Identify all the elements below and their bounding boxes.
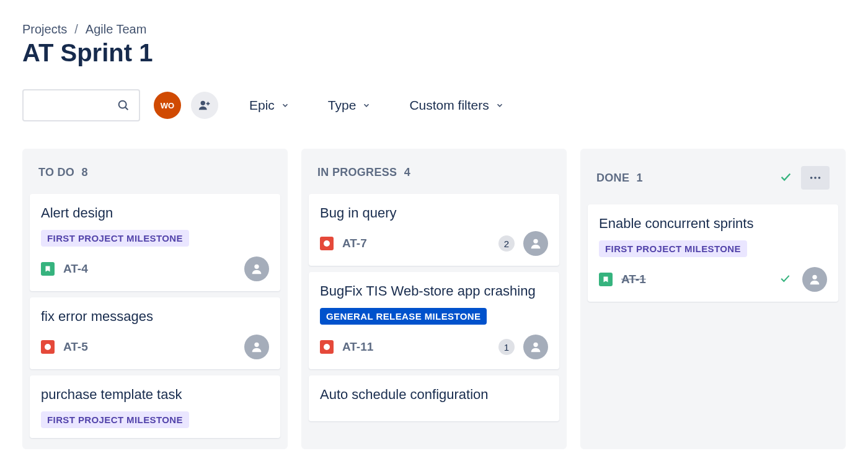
- column-more-button[interactable]: [801, 166, 830, 190]
- card-footer: AT-5: [41, 335, 269, 359]
- assignee-avatar[interactable]: [523, 335, 548, 359]
- story-icon: [41, 262, 55, 276]
- svg-point-2: [201, 101, 205, 105]
- svg-point-5: [533, 239, 538, 243]
- assignee-avatar[interactable]: [244, 256, 269, 281]
- svg-line-1: [125, 107, 128, 110]
- bug-icon: [320, 237, 334, 250]
- svg-point-6: [533, 343, 538, 347]
- add-person-button[interactable]: [191, 92, 218, 119]
- board-column: In Progress 4Bug in queryAT-72BugFix TIS…: [301, 149, 567, 449]
- filter-type-label: Type: [328, 98, 356, 113]
- person-icon: [529, 237, 542, 250]
- column-title: Done: [596, 172, 629, 184]
- chevron-down-icon: [281, 101, 290, 110]
- avatar-current-user[interactable]: WO: [154, 92, 181, 119]
- bug-icon: [41, 340, 55, 354]
- column-header: Done 1: [585, 149, 841, 204]
- card-title: purchase template task: [41, 387, 269, 403]
- check-icon: [779, 170, 792, 186]
- issue-key[interactable]: AT-5: [63, 340, 88, 354]
- epic-label[interactable]: General Release Milestone: [320, 308, 487, 325]
- breadcrumb-project[interactable]: Agile Team: [86, 22, 147, 37]
- person-icon: [250, 340, 264, 354]
- search-icon: [117, 99, 130, 112]
- issue-key[interactable]: AT-1: [621, 273, 646, 286]
- issue-card[interactable]: purchase template taskFirst Project Mile…: [30, 375, 280, 438]
- breadcrumb-root[interactable]: Projects: [22, 22, 67, 37]
- breadcrumb-separator: /: [74, 22, 78, 37]
- board-column: To Do 8Alert designFirst Project Milesto…: [22, 149, 288, 449]
- svg-point-4: [254, 343, 259, 347]
- assignee-avatar[interactable]: [244, 335, 269, 359]
- bug-icon: [320, 340, 334, 354]
- card-footer: AT-72: [320, 231, 548, 256]
- filter-type[interactable]: Type: [321, 94, 379, 116]
- add-person-icon: [198, 99, 211, 112]
- column-title: In Progress: [317, 166, 397, 178]
- card-title: Bug in query: [320, 205, 548, 221]
- assignee-avatar[interactable]: [523, 231, 548, 256]
- subtask-count-badge: 1: [498, 339, 515, 355]
- done-check-icon: [779, 272, 791, 287]
- column-count: 1: [637, 172, 643, 184]
- issue-key[interactable]: AT-4: [63, 262, 88, 276]
- svg-point-7: [810, 177, 813, 179]
- issue-card[interactable]: Alert designFirst Project MilestoneAT-4: [30, 194, 280, 291]
- kanban-board: To Do 8Alert designFirst Project Milesto…: [22, 149, 846, 449]
- column-header: To Do 8: [27, 149, 283, 194]
- chevron-down-icon: [495, 101, 504, 110]
- epic-label[interactable]: First Project Milestone: [41, 230, 189, 247]
- filter-custom[interactable]: Custom filters: [402, 94, 511, 116]
- issue-card[interactable]: Bug in queryAT-72: [309, 194, 559, 266]
- issue-key[interactable]: AT-11: [342, 340, 373, 354]
- svg-point-10: [812, 275, 817, 279]
- svg-point-0: [119, 101, 126, 108]
- story-icon: [599, 273, 613, 286]
- issue-card[interactable]: fix error messagesAT-5: [30, 297, 280, 369]
- card-title: fix error messages: [41, 309, 269, 325]
- card-footer: AT-4: [41, 256, 269, 281]
- toolbar: WO Epic Type Custom filters: [22, 89, 846, 121]
- subtask-count-badge: 2: [498, 235, 515, 252]
- card-title: BugFix TIS Web-store app crashing: [320, 283, 548, 299]
- column-count: 4: [404, 166, 410, 178]
- card-title: Enable concurrent sprints: [599, 216, 827, 232]
- svg-point-8: [814, 177, 817, 179]
- assignee-avatar[interactable]: [802, 267, 827, 292]
- more-icon: [808, 171, 822, 185]
- issue-card[interactable]: BugFix TIS Web-store app crashingGeneral…: [309, 272, 559, 369]
- person-icon: [808, 273, 822, 286]
- filter-epic-label: Epic: [249, 98, 275, 113]
- filter-epic[interactable]: Epic: [242, 94, 297, 116]
- issue-card[interactable]: Auto schedule configuration: [309, 375, 559, 421]
- card-footer: AT-1: [599, 267, 827, 292]
- card-footer: AT-111: [320, 335, 548, 359]
- svg-point-3: [254, 265, 259, 269]
- card-title: Alert design: [41, 205, 269, 221]
- person-icon: [250, 262, 264, 276]
- epic-label[interactable]: First Project Milestone: [41, 411, 189, 428]
- issue-card[interactable]: Enable concurrent sprintsFirst Project M…: [588, 204, 838, 302]
- column-header: In Progress 4: [306, 149, 562, 194]
- card-title: Auto schedule configuration: [320, 387, 548, 403]
- chevron-down-icon: [362, 101, 371, 110]
- svg-point-9: [818, 177, 821, 179]
- column-title: To Do: [38, 166, 74, 178]
- page-title: AT Sprint 1: [22, 39, 846, 67]
- filter-custom-label: Custom filters: [409, 98, 489, 113]
- column-count: 8: [81, 166, 87, 178]
- search-input[interactable]: [22, 89, 140, 121]
- person-icon: [529, 340, 542, 354]
- breadcrumb: Projects / Agile Team: [22, 22, 846, 37]
- board-column: Done 1Enable concurrent sprintsFirst Pro…: [580, 149, 846, 449]
- issue-key[interactable]: AT-7: [342, 237, 367, 250]
- epic-label[interactable]: First Project Milestone: [599, 240, 747, 257]
